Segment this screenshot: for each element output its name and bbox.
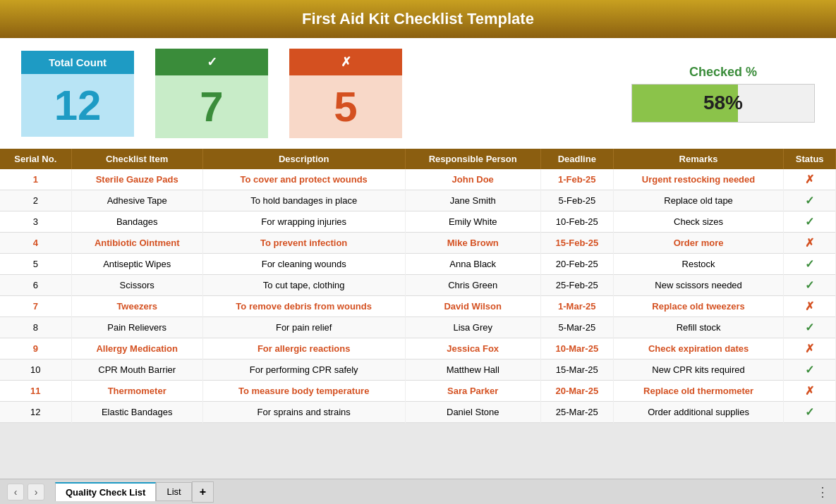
cell-description: For cleaning wounds: [202, 254, 405, 275]
cell-item: Elastic Bandages: [71, 402, 202, 423]
cell-person: Chris Green: [405, 275, 540, 296]
status-x-icon: ✗: [805, 300, 814, 312]
cell-serial: 4: [0, 233, 71, 254]
cell-item: Scissors: [71, 275, 202, 296]
cell-serial: 7: [0, 296, 71, 317]
status-x-icon: ✗: [805, 173, 814, 185]
bottom-bar: ‹ › Quality Check List List + ⋮: [0, 479, 836, 504]
pct-text: 58%: [703, 92, 743, 114]
cell-remarks: Replace old tweezers: [613, 296, 784, 317]
status-check-icon: ✓: [805, 279, 814, 291]
x-label: ✗: [289, 49, 402, 75]
cell-person: Anna Black: [405, 254, 540, 275]
cell-deadline: 15-Feb-25: [540, 233, 613, 254]
cell-description: To hold bandages in place: [202, 190, 405, 211]
cell-description: To remove debris from wounds: [202, 296, 405, 317]
cell-status: ✗: [784, 296, 836, 317]
status-check-icon: ✓: [805, 258, 814, 270]
tab-list[interactable]: List: [156, 482, 191, 501]
cell-remarks: Refill stock: [613, 317, 784, 338]
nav-prev-button[interactable]: ‹: [7, 484, 24, 500]
cell-item: Antiseptic Wipes: [71, 254, 202, 275]
cell-serial: 9: [0, 338, 71, 359]
cell-person: Jane Smith: [405, 190, 540, 211]
nav-next-button[interactable]: ›: [28, 484, 44, 500]
cell-item: CPR Mouth Barrier: [71, 359, 202, 381]
cell-remarks: Urgent restocking needed: [613, 169, 784, 190]
table-row: 7 Tweezers To remove debris from wounds …: [0, 296, 836, 317]
total-count-value: 12: [21, 74, 134, 137]
cell-remarks: Replace old tape: [613, 190, 784, 211]
stats-row: Total Count 12 ✓ 7 ✗ 5 Checked % 58%: [0, 38, 836, 149]
status-check-icon: ✓: [805, 364, 814, 376]
cell-status: ✓: [784, 359, 836, 381]
cell-item: Sterile Gauze Pads: [71, 169, 202, 190]
cell-remarks: Order additional supplies: [613, 402, 784, 423]
cell-person: Daniel Stone: [405, 402, 540, 423]
cell-remarks: Check sizes: [613, 211, 784, 233]
cell-item: Adhesive Tape: [71, 190, 202, 211]
cell-person: Matthew Hall: [405, 359, 540, 381]
checklist-table: Serial No. Checklist Item Description Re…: [0, 149, 836, 423]
tab-quality-check-list[interactable]: Quality Check List: [55, 482, 156, 501]
nav-controls: ‹ ›: [7, 484, 44, 500]
cell-status: ✓: [784, 275, 836, 296]
col-item: Checklist Item: [71, 149, 202, 169]
cell-remarks: New CPR kits required: [613, 359, 784, 381]
cell-deadline: 1-Mar-25: [540, 296, 613, 317]
table-row: 11 Thermometer To measure body temperatu…: [0, 381, 836, 402]
cell-serial: 8: [0, 317, 71, 338]
col-remarks: Remarks: [613, 149, 784, 169]
page-title: First Aid Kit Checklist Template: [0, 0, 836, 38]
more-options-icon[interactable]: ⋮: [816, 484, 829, 500]
cell-person: John Doe: [405, 169, 540, 190]
cell-description: To cut tape, clothing: [202, 275, 405, 296]
col-deadline: Deadline: [540, 149, 613, 169]
cell-person: Lisa Grey: [405, 317, 540, 338]
status-check-icon: ✓: [805, 216, 814, 228]
cell-item: Bandages: [71, 211, 202, 233]
check-value: 7: [155, 75, 268, 138]
table-row: 2 Adhesive Tape To hold bandages in plac…: [0, 190, 836, 211]
table-header-row: Serial No. Checklist Item Description Re…: [0, 149, 836, 169]
cell-remarks: Order more: [613, 233, 784, 254]
cell-description: For performing CPR safely: [202, 359, 405, 381]
cell-remarks: New scissors needed: [613, 275, 784, 296]
cell-deadline: 10-Mar-25: [540, 338, 613, 359]
col-status: Status: [784, 149, 836, 169]
checked-box: ✓ 7: [155, 49, 268, 138]
cell-status: ✗: [784, 169, 836, 190]
cell-deadline: 25-Mar-25: [540, 402, 613, 423]
cell-status: ✗: [784, 338, 836, 359]
cell-description: To measure body temperature: [202, 381, 405, 402]
cell-deadline: 5-Mar-25: [540, 317, 613, 338]
tab-add-button[interactable]: +: [192, 481, 214, 503]
cell-status: ✓: [784, 211, 836, 233]
cell-item: Tweezers: [71, 296, 202, 317]
cell-remarks: Restock: [613, 254, 784, 275]
check-label: ✓: [155, 49, 268, 75]
cell-remarks: Replace old thermometer: [613, 381, 784, 402]
cell-deadline: 20-Mar-25: [540, 381, 613, 402]
col-person: Responsible Person: [405, 149, 540, 169]
cell-remarks: Check expiration dates: [613, 338, 784, 359]
status-check-icon: ✓: [805, 195, 814, 207]
col-serial: Serial No.: [0, 149, 71, 169]
cell-deadline: 25-Feb-25: [540, 275, 613, 296]
status-check-icon: ✓: [805, 321, 814, 333]
cell-item: Antibiotic Ointment: [71, 233, 202, 254]
cell-description: For allergic reactions: [202, 338, 405, 359]
cell-deadline: 20-Feb-25: [540, 254, 613, 275]
col-desc: Description: [202, 149, 405, 169]
table-row: 3 Bandages For wrapping injuries Emily W…: [0, 211, 836, 233]
cell-description: For sprains and strains: [202, 402, 405, 423]
pct-bar: 58%: [631, 84, 815, 123]
cell-status: ✓: [784, 402, 836, 423]
cell-deadline: 5-Feb-25: [540, 190, 613, 211]
total-count-box: Total Count 12: [21, 51, 134, 137]
cell-status: ✗: [784, 381, 836, 402]
table-row: 12 Elastic Bandages For sprains and stra…: [0, 402, 836, 423]
status-x-icon: ✗: [805, 385, 814, 397]
cell-item: Pain Relievers: [71, 317, 202, 338]
cell-description: To cover and protect wounds: [202, 169, 405, 190]
